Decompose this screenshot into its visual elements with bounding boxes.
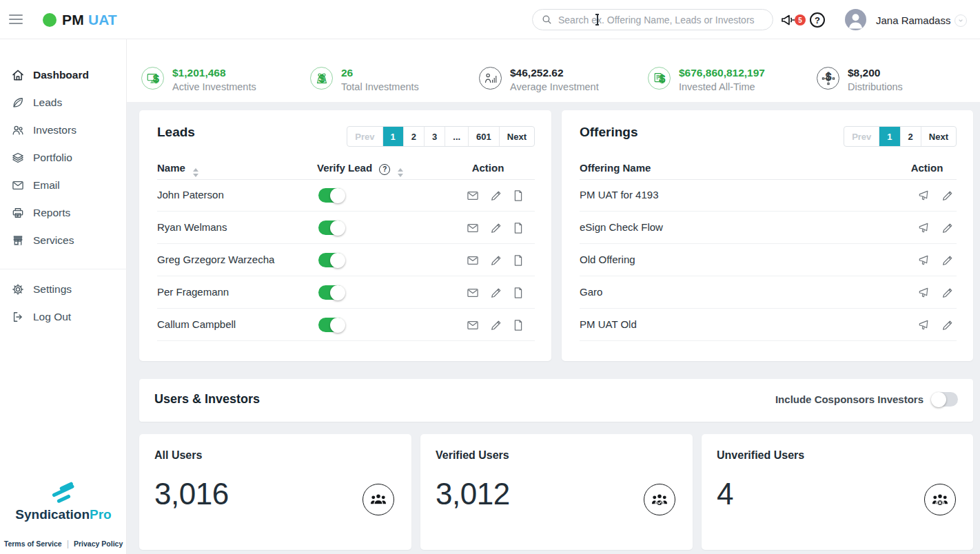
user-menu-chevron-down-icon[interactable] [955, 14, 967, 27]
avatar[interactable] [845, 9, 866, 30]
sidebar: Dashboard Leads Investors Portfolio Emai… [0, 39, 127, 554]
notes-file-icon[interactable] [511, 189, 525, 203]
people-group-icon [363, 484, 394, 515]
app-logo-dot [43, 13, 57, 27]
leads-page-prev[interactable]: Prev [347, 127, 382, 146]
leads-page-3[interactable]: 3 [425, 127, 445, 146]
edit-pencil-icon[interactable] [941, 189, 955, 203]
printer-icon [11, 206, 25, 220]
sidebar-item-leads[interactable]: Leads [0, 93, 127, 112]
verify-toggle[interactable] [318, 220, 345, 235]
leads-page-next[interactable]: Next [500, 127, 534, 146]
lead-name: Per Fragemann [157, 286, 229, 298]
edit-pencil-icon[interactable] [941, 254, 955, 267]
verify-toggle[interactable] [318, 188, 345, 203]
unverified-users-count: 4 [717, 477, 733, 511]
sidebar-item-settings[interactable]: Settings [0, 280, 127, 299]
announcements-megaphone-icon[interactable] [779, 12, 796, 28]
offering-name: Garo [580, 286, 602, 298]
leads-col-name[interactable]: Name [157, 162, 198, 177]
offering-row: Old Offering [580, 244, 957, 276]
user-name[interactable]: Jana Ramadass [876, 14, 950, 26]
megaphone-icon[interactable] [917, 189, 931, 203]
verify-help-icon[interactable]: ? [379, 164, 390, 175]
edit-pencil-icon[interactable] [489, 318, 503, 332]
terms-of-service-link[interactable]: Terms of Service [4, 540, 62, 548]
leads-col-action: Action [460, 162, 515, 174]
leads-page-ellipsis[interactable]: ... [445, 127, 469, 146]
sidebar-divider [0, 269, 127, 269]
sidebar-item-reports[interactable]: Reports [0, 203, 127, 223]
edit-pencil-icon[interactable] [489, 286, 503, 300]
lead-name: John Paterson [157, 189, 224, 201]
sidebar-item-dashboard[interactable]: Dashboard [0, 65, 127, 85]
leads-page-1[interactable]: 1 [383, 127, 404, 146]
megaphone-icon[interactable] [917, 286, 931, 300]
offerings-page-prev[interactable]: Prev [844, 127, 879, 146]
verified-users-card: Verified Users 3,012 [420, 434, 693, 550]
sidebar-item-portfolio[interactable]: Portfolio [0, 148, 127, 167]
offerings-title: Offerings [580, 125, 637, 140]
edit-pencil-icon[interactable] [489, 221, 503, 235]
lead-row: Per Fragemann [157, 276, 535, 309]
megaphone-icon[interactable] [917, 318, 931, 332]
people-money-icon [310, 67, 333, 90]
leads-col-verify[interactable]: Verify Lead ? [317, 162, 403, 177]
search-input[interactable] [558, 14, 764, 25]
sidebar-footer-links: Terms of Service | Privacy Policy [0, 538, 127, 548]
sidebar-item-services[interactable]: Services [0, 231, 127, 250]
megaphone-icon[interactable] [917, 254, 931, 267]
leads-title: Leads [157, 125, 195, 140]
global-search[interactable] [532, 9, 773, 30]
sidebar-item-investors[interactable]: Investors [0, 121, 127, 140]
all-users-count: 3,016 [154, 477, 229, 511]
email-action-icon[interactable] [466, 189, 480, 203]
edit-pencil-icon[interactable] [489, 189, 503, 203]
home-icon [11, 68, 25, 82]
edit-pencil-icon[interactable] [489, 254, 503, 267]
verify-toggle[interactable] [318, 253, 345, 267]
sort-icon[interactable] [193, 168, 198, 177]
users-investors-bar: Users & Investors Include Cosponsors Inv… [139, 379, 973, 422]
verify-toggle[interactable] [318, 318, 345, 332]
offering-name: PM UAT Old [580, 318, 637, 330]
app-logo-uat: UAT [88, 12, 117, 28]
notes-file-icon[interactable] [511, 221, 525, 235]
footer-links-divider: | [67, 538, 69, 548]
hamburger-menu-icon[interactable] [9, 14, 23, 24]
help-icon[interactable]: ? [810, 12, 825, 28]
email-action-icon[interactable] [466, 221, 480, 235]
offerings-page-1[interactable]: 1 [879, 127, 900, 146]
offerings-card: Offerings Prev 1 2 Next Offering Name Ac… [562, 110, 973, 361]
edit-pencil-icon[interactable] [941, 221, 955, 235]
offering-row: eSign Check Flow [580, 212, 957, 244]
notes-file-icon[interactable] [511, 286, 525, 300]
megaphone-icon[interactable] [917, 221, 931, 235]
sort-icon[interactable] [398, 168, 403, 177]
lead-name: Callum Campbell [157, 318, 236, 330]
privacy-policy-link[interactable]: Privacy Policy [74, 540, 123, 548]
email-action-icon[interactable] [466, 286, 480, 300]
include-cosponsors-toggle[interactable] [932, 392, 958, 407]
verified-users-count: 3,012 [436, 477, 510, 511]
person-chart-icon [479, 67, 502, 90]
gear-icon [11, 283, 25, 296]
email-action-icon[interactable] [466, 318, 480, 332]
sidebar-item-email[interactable]: Email [0, 176, 127, 195]
offerings-page-2[interactable]: 2 [901, 127, 921, 146]
leads-page-2[interactable]: 2 [404, 127, 425, 146]
notification-badge[interactable]: 5 [795, 14, 806, 25]
edit-pencil-icon[interactable] [941, 318, 955, 332]
edit-pencil-icon[interactable] [941, 286, 955, 300]
sidebar-item-logout[interactable]: Log Out [0, 307, 127, 327]
offerings-page-next[interactable]: Next [921, 127, 956, 146]
email-action-icon[interactable] [466, 254, 480, 267]
verify-toggle[interactable] [318, 285, 345, 300]
notes-file-icon[interactable] [511, 254, 525, 267]
leads-page-601[interactable]: 601 [469, 127, 500, 146]
coin-document-icon [648, 67, 671, 90]
all-users-card: All Users 3,016 [139, 434, 411, 550]
leads-card: Leads Prev 1 2 3 ... 601 Next Name Verif… [139, 110, 551, 361]
offerings-pagination: Prev 1 2 Next [844, 126, 957, 147]
notes-file-icon[interactable] [511, 318, 525, 332]
